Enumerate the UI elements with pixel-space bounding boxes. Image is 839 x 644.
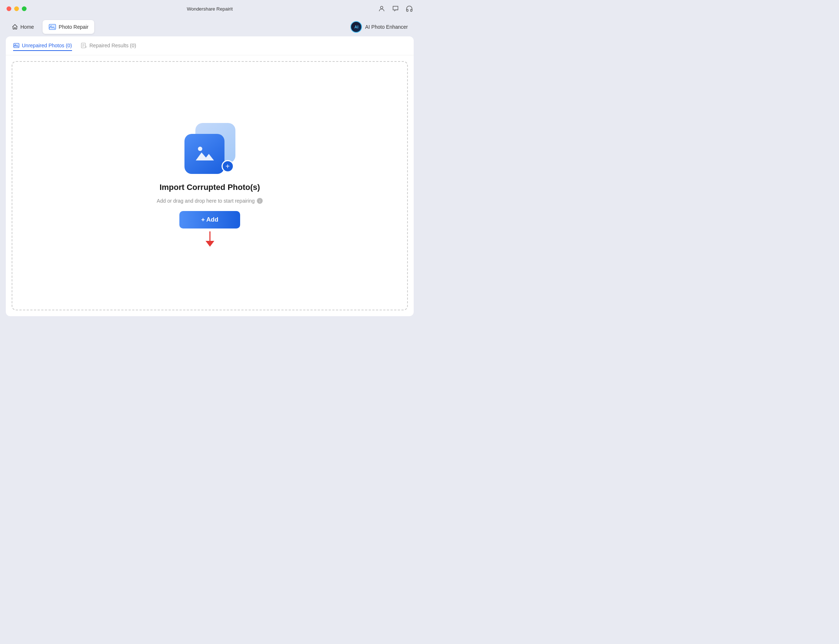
minimize-button[interactable] (14, 7, 19, 11)
close-button[interactable] (7, 7, 11, 11)
photo-repair-nav-button[interactable]: Photo Repair (43, 20, 94, 34)
photo-repair-icon (48, 23, 56, 31)
maximize-button[interactable] (22, 7, 26, 11)
ai-badge-icon: AI (350, 21, 362, 33)
user-icon[interactable] (378, 5, 385, 12)
ai-enhancer-label: AI Photo Enhancer (365, 24, 408, 30)
title-bar: Wondershare Repairit (0, 0, 419, 18)
unrepaired-tab-icon (13, 42, 20, 49)
tabs: Unrepaired Photos (0) Repaired Results (… (6, 36, 414, 55)
home-nav-button[interactable]: Home (6, 21, 39, 33)
arrow-indicator (203, 232, 217, 249)
import-subtitle: Add or drag and drop here to start repai… (157, 198, 263, 204)
photo-repair-nav-label: Photo Repair (59, 24, 89, 30)
add-button[interactable]: + Add (179, 211, 240, 228)
arrow-icon (203, 232, 217, 249)
home-icon (11, 24, 18, 30)
svg-point-8 (85, 46, 87, 48)
top-nav: Home Photo Repair AI AI Photo Enhancer (0, 18, 419, 36)
import-title: Import Corrupted Photo(s) (159, 182, 260, 192)
photo-import-illustration: + (184, 123, 235, 174)
home-nav-label: Home (20, 24, 34, 30)
drop-zone[interactable]: + Import Corrupted Photo(s) Add or drag … (11, 61, 408, 310)
repaired-tab-label: Repaired Results (0) (90, 43, 136, 48)
main-content: Unrepaired Photos (0) Repaired Results (… (6, 36, 414, 316)
svg-point-9 (198, 147, 202, 151)
mountain-icon (193, 142, 216, 166)
ai-enhancer-button[interactable]: AI AI Photo Enhancer (345, 18, 414, 35)
unrepaired-tab[interactable]: Unrepaired Photos (0) (13, 41, 72, 51)
headset-icon[interactable] (406, 5, 413, 12)
nav-right: AI AI Photo Enhancer (345, 18, 414, 35)
repaired-tab[interactable]: Repaired Results (0) (81, 41, 136, 51)
svg-point-0 (381, 6, 383, 9)
photo-icon-front (184, 134, 225, 174)
traffic-lights (7, 7, 26, 11)
window-title: Wondershare Repairit (187, 6, 233, 12)
unrepaired-tab-label: Unrepaired Photos (0) (22, 43, 72, 48)
title-bar-actions (378, 5, 413, 12)
info-icon[interactable]: i (257, 198, 263, 204)
chat-icon[interactable] (392, 5, 399, 12)
repaired-tab-icon (81, 42, 87, 49)
plus-badge: + (222, 160, 234, 172)
